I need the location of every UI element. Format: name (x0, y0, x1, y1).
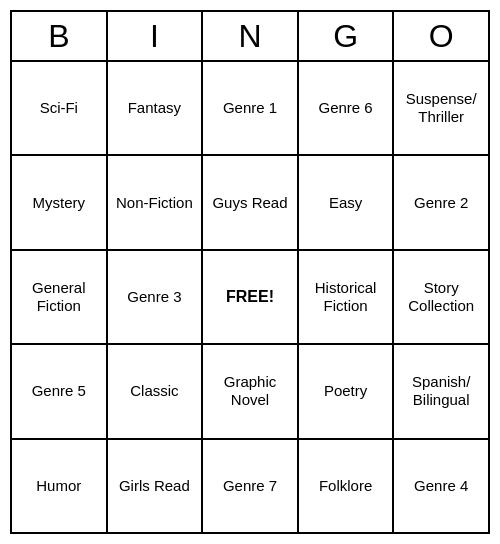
header-letter-o: O (394, 12, 488, 60)
bingo-row-4: HumorGirls ReadGenre 7FolkloreGenre 4 (12, 440, 488, 532)
bingo-cell-3-2: Graphic Novel (203, 345, 299, 437)
bingo-card: BINGO Sci-FiFantasyGenre 1Genre 6Suspens… (10, 10, 490, 534)
bingo-cell-4-3: Folklore (299, 440, 395, 532)
bingo-cell-4-1: Girls Read (108, 440, 204, 532)
bingo-cell-3-0: Genre 5 (12, 345, 108, 437)
bingo-cell-2-4: Story Collection (394, 251, 488, 343)
header-letter-b: B (12, 12, 108, 60)
bingo-cell-0-0: Sci-Fi (12, 62, 108, 154)
bingo-row-2: General FictionGenre 3FREE!Historical Fi… (12, 251, 488, 345)
bingo-cell-2-0: General Fiction (12, 251, 108, 343)
bingo-cell-0-4: Suspense/ Thriller (394, 62, 488, 154)
bingo-cell-1-2: Guys Read (203, 156, 299, 248)
bingo-body: Sci-FiFantasyGenre 1Genre 6Suspense/ Thr… (12, 62, 488, 532)
bingo-cell-2-1: Genre 3 (108, 251, 204, 343)
bingo-cell-1-3: Easy (299, 156, 395, 248)
bingo-cell-1-4: Genre 2 (394, 156, 488, 248)
bingo-cell-1-0: Mystery (12, 156, 108, 248)
bingo-header: BINGO (12, 12, 488, 62)
header-letter-g: G (299, 12, 395, 60)
header-letter-n: N (203, 12, 299, 60)
bingo-cell-0-1: Fantasy (108, 62, 204, 154)
bingo-row-3: Genre 5ClassicGraphic NovelPoetrySpanish… (12, 345, 488, 439)
bingo-cell-0-3: Genre 6 (299, 62, 395, 154)
bingo-cell-2-3: Historical Fiction (299, 251, 395, 343)
bingo-cell-0-2: Genre 1 (203, 62, 299, 154)
bingo-cell-4-2: Genre 7 (203, 440, 299, 532)
bingo-cell-4-4: Genre 4 (394, 440, 488, 532)
bingo-cell-3-1: Classic (108, 345, 204, 437)
bingo-cell-4-0: Humor (12, 440, 108, 532)
bingo-row-0: Sci-FiFantasyGenre 1Genre 6Suspense/ Thr… (12, 62, 488, 156)
header-letter-i: I (108, 12, 204, 60)
bingo-cell-3-3: Poetry (299, 345, 395, 437)
bingo-row-1: MysteryNon-FictionGuys ReadEasyGenre 2 (12, 156, 488, 250)
bingo-cell-2-2: FREE! (203, 251, 299, 343)
bingo-cell-1-1: Non-Fiction (108, 156, 204, 248)
bingo-cell-3-4: Spanish/ Bilingual (394, 345, 488, 437)
